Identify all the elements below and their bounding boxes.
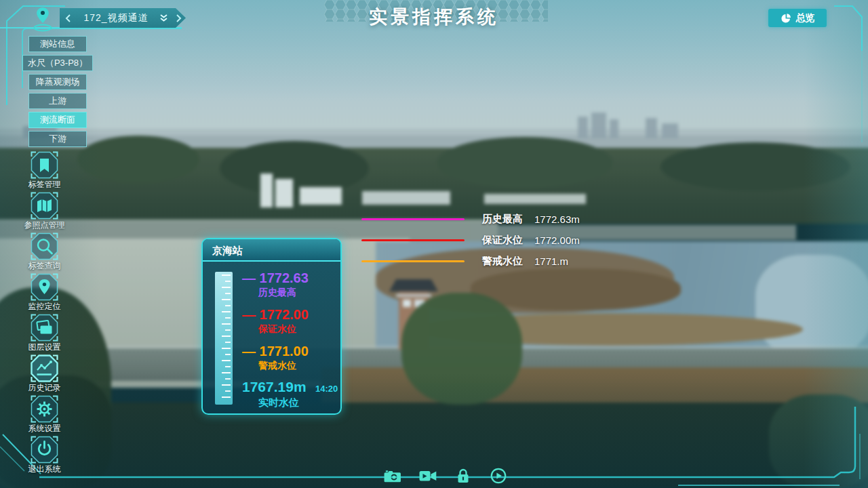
menu-item-flow-section[interactable]: 测流断面 — [28, 112, 87, 128]
level-row-guarantee: — 1772.00 保证水位 — [242, 307, 309, 336]
play-icon[interactable] — [490, 468, 507, 484]
overview-button[interactable]: 总览 — [768, 9, 827, 27]
level-row-warning: — 1771.00 警戒水位 — [242, 344, 309, 372]
menu-item-station-info[interactable]: 测站信息 — [28, 36, 87, 52]
map-icon — [31, 192, 58, 220]
chevron-left-icon[interactable] — [60, 8, 76, 28]
history-chart-icon — [31, 354, 58, 382]
tool-reference-points[interactable]: 参照点管理 — [31, 192, 58, 232]
power-icon — [31, 436, 58, 464]
search-icon — [31, 232, 58, 260]
menu-item-downstream[interactable]: 下游 — [28, 131, 87, 147]
tool-layer-settings[interactable]: 图层设置 — [31, 314, 58, 354]
station-panel: 京海站 — 1772.63 历史最高 — 1772.00 保证水位 — 1771… — [201, 238, 342, 415]
overlay-line-guarantee: 保证水位 1772.00m — [361, 235, 580, 245]
video-camera-icon[interactable] — [419, 468, 437, 484]
bookmark-icon — [31, 151, 58, 179]
layers-icon — [31, 314, 58, 342]
overview-button-label: 总览 — [796, 12, 815, 24]
tool-tag-search[interactable]: 标签查询 — [31, 232, 58, 272]
guarantee-level-line — [361, 239, 465, 241]
bottom-toolbar — [384, 468, 507, 484]
tool-system-settings[interactable]: 系统设置 — [31, 395, 58, 435]
tool-menu: 标签管理 参照点管理 标签查询 — [31, 151, 85, 476]
channel-label: 172_视频通道 — [76, 12, 156, 24]
gear-icon — [31, 395, 58, 423]
warning-level-line — [361, 260, 465, 262]
menu-item-upstream[interactable]: 上游 — [28, 93, 87, 109]
tool-history[interactable]: 历史记录 — [31, 354, 58, 394]
historic-level-line — [361, 218, 465, 220]
tool-tag-manage[interactable]: 标签管理 — [31, 151, 58, 191]
section-menu: 测站信息 水尺（P3-P8） 降蒸观测场 上游 测流断面 下游 — [20, 36, 95, 150]
level-row-historic: — 1772.63 历史最高 — [242, 270, 309, 299]
station-panel-title: 京海站 — [203, 239, 340, 262]
realtime-timestamp: 14:20 — [315, 384, 338, 394]
menu-item-evaporation-field[interactable]: 降蒸观测场 — [28, 74, 87, 90]
app-window: 实景指挥系统 172_视频通道 总览 测站信息 水 — [0, 0, 868, 488]
overlay-line-historic: 历史最高 1772.63m — [361, 214, 580, 224]
level-row-realtime: 1767.19m 14:20 实时水位 — [242, 379, 338, 409]
double-chevron-down-icon[interactable] — [156, 14, 171, 22]
pie-chart-icon — [781, 13, 791, 24]
camera-icon[interactable] — [384, 468, 401, 484]
tool-exit-system[interactable]: 退出系统 — [31, 436, 58, 476]
overlay-line-warning: 警戒水位 1771.m — [361, 256, 568, 266]
location-pin-icon[interactable] — [27, 3, 58, 33]
menu-item-water-gauge[interactable]: 水尺（P3-P8） — [22, 55, 93, 71]
pin-icon — [31, 273, 58, 301]
tool-monitor-locate[interactable]: 监控定位 — [31, 273, 58, 313]
channel-selector[interactable]: 172_视频通道 — [60, 8, 186, 28]
lock-icon[interactable] — [454, 468, 472, 484]
water-gauge-ruler — [215, 272, 233, 405]
